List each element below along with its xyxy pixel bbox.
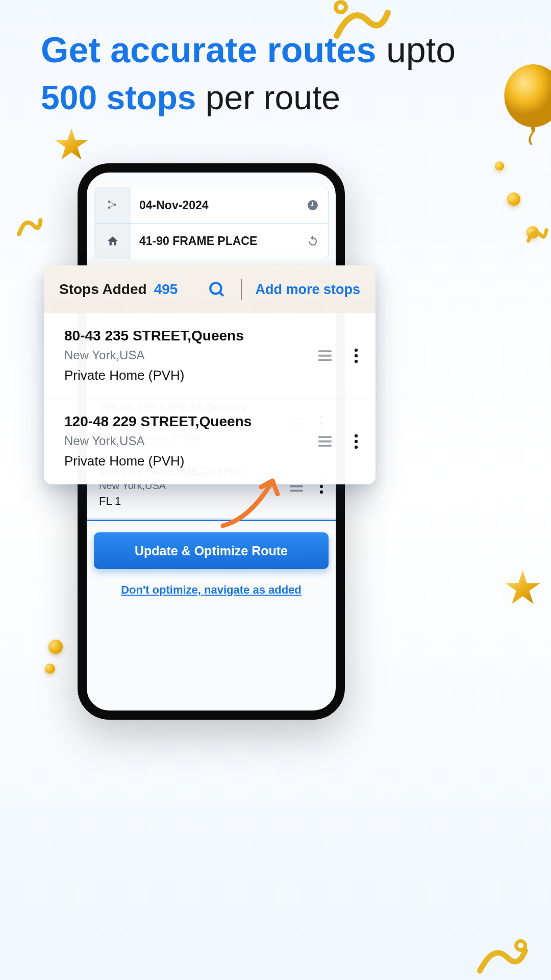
- svg-point-1: [504, 64, 551, 127]
- stop-category: Private Home (PVH): [64, 453, 313, 469]
- confetti-dot-icon: [45, 664, 55, 674]
- svg-rect-23: [318, 445, 332, 447]
- callout-arrow-icon: [215, 470, 287, 531]
- update-optimize-button[interactable]: Update & Optimize Route: [94, 532, 329, 569]
- divider: [241, 279, 242, 300]
- confetti-dot-icon: [507, 192, 520, 206]
- add-more-stops-link[interactable]: Add more stops: [255, 282, 360, 298]
- home-icon: [94, 224, 131, 259]
- headline-bold-1: Get accurate routes: [41, 30, 376, 70]
- svg-rect-10: [290, 485, 303, 487]
- svg-rect-11: [290, 489, 303, 492]
- start-location-row[interactable]: 41-90 FRAME PLACE: [94, 223, 328, 259]
- secondary-link-label: Don't optimize, navigate as added: [121, 583, 302, 596]
- drag-handle-icon[interactable]: [318, 436, 332, 447]
- svg-rect-17: [318, 359, 332, 361]
- stop-category: Private Home (PVH): [64, 368, 313, 383]
- confetti-dot-icon: [48, 640, 63, 654]
- drag-handle-icon[interactable]: [318, 350, 332, 361]
- stop-title: 80-43 235 STREET,Queens: [64, 328, 313, 344]
- date-row[interactable]: 04-Nov-2024: [94, 187, 328, 223]
- stops-added-label: Stops Added: [59, 281, 147, 298]
- svg-point-24: [355, 434, 358, 437]
- search-icon[interactable]: [208, 281, 226, 298]
- confetti-dot-icon: [495, 161, 504, 170]
- svg-rect-21: [318, 436, 332, 438]
- start-location-value: 41-90 FRAME PLACE: [131, 234, 297, 248]
- stop-item[interactable]: 80-43 235 STREET,Queens New York,USA Pri…: [44, 313, 375, 399]
- date-value: 04-Nov-2024: [131, 199, 297, 212]
- route-header-card: 04-Nov-2024 41-90 FRAME PLACE: [94, 187, 329, 259]
- headline-rest-1: upto: [376, 30, 456, 70]
- refresh-icon[interactable]: [297, 235, 328, 248]
- confetti-streamer-icon: [15, 212, 43, 240]
- svg-rect-15: [318, 350, 332, 352]
- confetti-dot-icon: [527, 226, 539, 238]
- svg-point-18: [355, 348, 358, 351]
- svg-point-2: [516, 941, 525, 950]
- stop-item[interactable]: 120-48 229 STREET,Queens New York,USA Pr…: [44, 399, 375, 484]
- svg-point-13: [320, 484, 323, 487]
- stop-sub: New York,USA: [64, 348, 313, 362]
- svg-point-26: [355, 445, 358, 448]
- svg-rect-22: [318, 440, 332, 442]
- kebab-menu-icon[interactable]: [354, 434, 358, 449]
- headline-bold-2: 500 stops: [41, 79, 196, 116]
- stops-count: 495: [154, 281, 178, 298]
- svg-point-25: [355, 439, 358, 443]
- svg-rect-16: [318, 354, 332, 356]
- star-icon: [54, 127, 89, 162]
- svg-point-0: [336, 2, 346, 12]
- stop-sub: New York,USA: [64, 434, 313, 448]
- route-icon: [94, 187, 131, 223]
- stops-header: Stops Added 495 Add more stops: [44, 265, 375, 313]
- stop-title: 120-48 229 STREET,Queens: [64, 413, 313, 430]
- stops-overlay-card: Stops Added 495 Add more stops 80-43 235…: [44, 265, 375, 484]
- svg-point-19: [355, 354, 358, 357]
- primary-button-label: Update & Optimize Route: [135, 544, 288, 558]
- confetti-streamer-icon: [474, 939, 531, 980]
- headline-rest-2: per route: [196, 79, 340, 116]
- svg-point-20: [355, 359, 358, 362]
- star-icon: [504, 569, 542, 607]
- clock-icon[interactable]: [297, 199, 328, 211]
- confetti-streamer-icon: [525, 225, 548, 245]
- kebab-menu-icon[interactable]: [354, 348, 358, 363]
- svg-point-14: [320, 490, 323, 493]
- navigate-as-added-link[interactable]: Don't optimize, navigate as added: [94, 583, 329, 597]
- headline: Get accurate routes upto 500 stops per r…: [41, 31, 510, 116]
